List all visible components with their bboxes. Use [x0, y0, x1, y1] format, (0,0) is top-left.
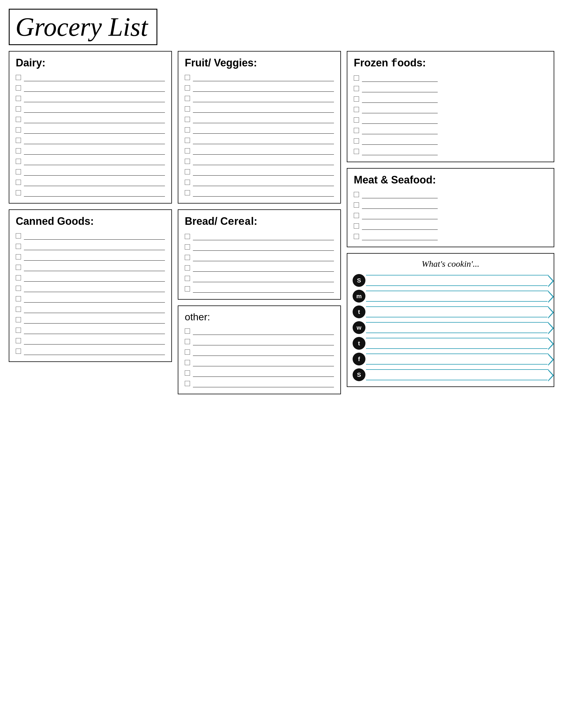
list-item: t — [353, 305, 548, 318]
checkbox[interactable] — [16, 106, 21, 112]
line — [193, 265, 334, 272]
checkbox[interactable] — [185, 127, 190, 132]
checkbox[interactable] — [16, 265, 21, 270]
checkbox[interactable] — [185, 339, 190, 344]
line — [193, 244, 334, 251]
checkbox[interactable] — [16, 180, 21, 185]
checkbox[interactable] — [16, 286, 21, 291]
list-item — [354, 128, 547, 134]
checkbox[interactable] — [16, 75, 21, 80]
checkbox[interactable] — [185, 360, 190, 365]
checkbox[interactable] — [185, 106, 190, 112]
checkbox[interactable] — [16, 148, 21, 153]
checkbox[interactable] — [185, 169, 190, 174]
checkbox[interactable] — [354, 234, 359, 239]
checkbox[interactable] — [185, 159, 190, 164]
checkbox[interactable] — [185, 180, 190, 185]
list-item — [16, 296, 165, 303]
line — [24, 349, 165, 355]
checkbox[interactable] — [16, 127, 21, 132]
line — [362, 86, 438, 92]
line — [193, 148, 334, 155]
checkbox[interactable] — [185, 349, 190, 355]
checkbox[interactable] — [16, 138, 21, 143]
line — [193, 159, 334, 165]
checkbox[interactable] — [16, 338, 21, 343]
line — [24, 127, 165, 134]
line — [24, 244, 165, 250]
list-item — [185, 349, 334, 356]
line — [24, 148, 165, 155]
checkbox[interactable] — [354, 202, 359, 208]
day-circle-f: f — [353, 353, 366, 365]
checkbox[interactable] — [16, 233, 21, 238]
checkbox[interactable] — [185, 138, 190, 143]
checkbox[interactable] — [354, 149, 359, 154]
checkbox[interactable] — [16, 317, 21, 322]
checkbox[interactable] — [185, 190, 190, 195]
checkbox[interactable] — [16, 190, 21, 195]
checkbox[interactable] — [354, 223, 359, 229]
checkbox[interactable] — [354, 138, 359, 144]
checkbox[interactable] — [16, 244, 21, 249]
line — [24, 159, 165, 165]
day-banner[interactable] — [366, 291, 548, 302]
checkbox[interactable] — [185, 148, 190, 153]
checkbox[interactable] — [185, 85, 190, 91]
line — [193, 169, 334, 176]
checkbox[interactable] — [16, 85, 21, 91]
checkbox[interactable] — [354, 96, 359, 102]
checkbox[interactable] — [16, 169, 21, 174]
day-banner[interactable] — [366, 306, 548, 317]
checkbox[interactable] — [16, 159, 21, 164]
page-title: Grocery List — [15, 13, 148, 41]
list-item — [354, 149, 547, 155]
checkbox[interactable] — [354, 86, 359, 91]
checkbox[interactable] — [185, 255, 190, 260]
checkbox[interactable] — [185, 96, 190, 101]
checkbox[interactable] — [354, 128, 359, 133]
checkbox[interactable] — [354, 107, 359, 112]
title-box: Grocery List — [9, 9, 157, 45]
day-banner[interactable] — [366, 369, 548, 380]
bread-rows — [185, 234, 334, 293]
day-banner[interactable] — [366, 275, 548, 286]
checkbox[interactable] — [185, 117, 190, 122]
list-item — [16, 138, 165, 144]
checkbox[interactable] — [185, 286, 190, 291]
checkbox[interactable] — [185, 381, 190, 386]
checkbox[interactable] — [354, 192, 359, 197]
checkbox[interactable] — [16, 349, 21, 354]
list-item — [16, 328, 165, 334]
list-item — [16, 286, 165, 292]
canned-section: Canned Goods: — [9, 209, 172, 362]
day-banner[interactable] — [366, 354, 548, 365]
day-banner[interactable] — [366, 322, 548, 333]
checkbox[interactable] — [354, 117, 359, 123]
checkbox[interactable] — [185, 370, 190, 376]
checkbox[interactable] — [185, 265, 190, 271]
checkbox[interactable] — [16, 96, 21, 101]
checkbox[interactable] — [16, 275, 21, 280]
day-banner[interactable] — [366, 338, 548, 349]
checkbox[interactable] — [16, 328, 21, 333]
checkbox[interactable] — [185, 234, 190, 239]
checkbox[interactable] — [16, 117, 21, 122]
line — [193, 360, 334, 366]
checkbox[interactable] — [185, 328, 190, 334]
checkbox[interactable] — [16, 254, 21, 259]
checkbox[interactable] — [185, 244, 190, 250]
line — [24, 254, 165, 261]
checkbox[interactable] — [16, 296, 21, 301]
list-item — [16, 190, 165, 197]
list-item — [185, 370, 334, 377]
line — [362, 128, 438, 134]
checkbox[interactable] — [16, 307, 21, 312]
checkbox[interactable] — [185, 276, 190, 281]
line — [362, 96, 438, 103]
checkbox[interactable] — [354, 213, 359, 218]
checkbox[interactable] — [354, 75, 359, 81]
line — [24, 96, 165, 102]
list-item — [16, 265, 165, 271]
checkbox[interactable] — [185, 75, 190, 80]
